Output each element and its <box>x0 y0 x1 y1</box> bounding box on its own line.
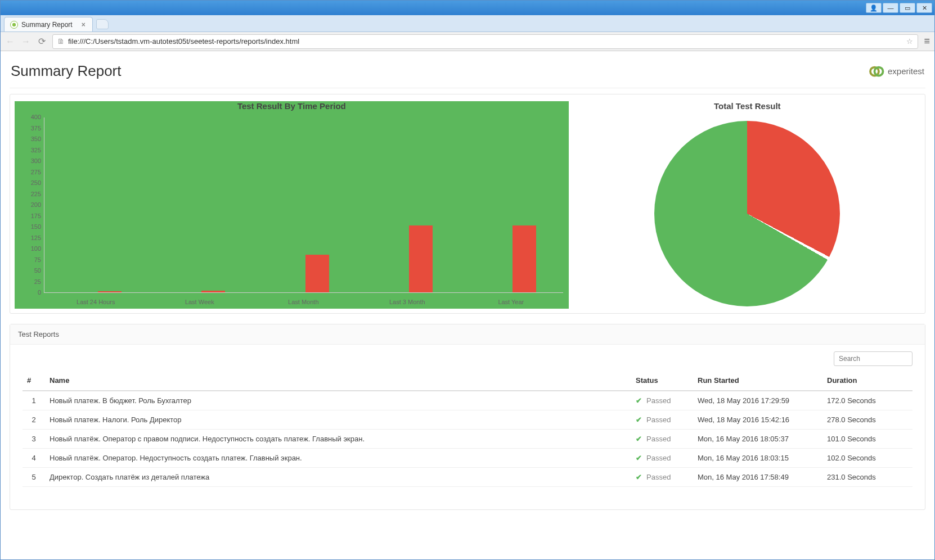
pie-chart-title: Total Test Result <box>574 101 920 111</box>
close-window-button[interactable]: ✕ <box>916 3 932 13</box>
bar-chart-ytick: 200 <box>19 201 41 208</box>
bar-passed <box>486 141 509 292</box>
reload-button[interactable]: ⟳ <box>37 36 47 47</box>
search-input[interactable] <box>834 351 912 366</box>
cell-duration: 278.0 Seconds <box>822 410 912 430</box>
bar-chart-ytick: 300 <box>19 157 41 164</box>
cell-num: 3 <box>23 430 45 449</box>
bar-chart-ytick: 150 <box>19 223 41 230</box>
bar-failed <box>409 225 433 292</box>
table-row[interactable]: 3Новый платёж. Оператор с правом подписи… <box>23 430 912 449</box>
bar-chart: 0255075100125150175200225250275300325350… <box>44 118 563 309</box>
bar-chart-ytick: 250 <box>19 179 41 186</box>
reports-table: # Name Status Run Started Duration 1Новы… <box>23 371 912 487</box>
cell-status: ✔Passed <box>631 449 693 468</box>
check-icon: ✔ <box>636 454 642 462</box>
bar-chart-xlabel: Last 24 Hours <box>44 295 148 309</box>
forward-button[interactable]: → <box>21 37 31 47</box>
cell-started: Wed, 18 May 2016 17:29:59 <box>693 391 822 410</box>
experitest-logo-icon <box>869 65 885 78</box>
bar-chart-ytick: 325 <box>19 147 41 153</box>
cell-status: ✔Passed <box>631 430 693 449</box>
cell-duration: 101.0 Seconds <box>822 430 912 449</box>
cell-started: Mon, 16 May 2016 17:58:49 <box>693 468 822 487</box>
url-input[interactable]: 🗎 file:///C:/Users/tstadm.vm-autotest05t… <box>52 34 918 49</box>
cell-num: 4 <box>23 449 45 468</box>
bar-failed <box>98 291 122 292</box>
col-header-name[interactable]: Name <box>45 371 631 391</box>
table-row[interactable]: 5Директор. Создать платёж из деталей пла… <box>23 468 912 487</box>
bar-chart-ytick: 275 <box>19 169 41 175</box>
bar-chart-xlabel: Last Month <box>251 295 356 309</box>
back-button[interactable]: ← <box>5 37 15 47</box>
bar-chart-ytick: 375 <box>19 125 41 132</box>
table-row[interactable]: 2Новый платеж. Налоги. Роль Директор✔Pas… <box>23 410 912 430</box>
minimize-button[interactable]: — <box>883 3 898 13</box>
cell-name: Новый платёж. Оператор с правом подписи.… <box>45 430 631 449</box>
reports-panel: Test Reports # Name Status Run Started D… <box>10 324 925 510</box>
bar-passed <box>71 291 95 292</box>
bar-group <box>148 288 251 292</box>
cell-started: Mon, 16 May 2016 18:03:15 <box>693 449 822 468</box>
bar-chart-ytick: 350 <box>19 136 41 142</box>
check-icon: ✔ <box>636 416 642 424</box>
bar-chart-xlabel: Last Week <box>148 295 252 309</box>
pie-chart-box: Total Test Result <box>574 101 920 309</box>
cell-name: Директор. Создать платёж из деталей плат… <box>45 468 631 487</box>
page-viewport[interactable]: Summary Report experitest Test Result By… <box>1 51 934 559</box>
browser-menu-button[interactable]: ≡ <box>924 35 930 47</box>
bar-chart-xlabel: Last Year <box>459 295 563 309</box>
maximize-button[interactable]: ▭ <box>900 3 915 13</box>
window-titlebar: 👤 — ▭ ✕ <box>1 1 934 15</box>
check-icon: ✔ <box>636 435 642 443</box>
tab-title: Summary Report <box>21 21 73 29</box>
bar-chart-title: Test Result By Time Period <box>15 101 569 111</box>
brand-logo: experitest <box>869 65 924 78</box>
bookmark-star-icon[interactable]: ☆ <box>906 37 913 46</box>
cell-name: Новый платеж. Налоги. Роль Директор <box>45 410 631 430</box>
bar-passed <box>382 141 406 292</box>
new-tab-button[interactable] <box>96 19 109 29</box>
cell-status: ✔Passed <box>631 410 693 430</box>
cell-name: Новый платёж. Оператор. Недоступность со… <box>45 449 631 468</box>
address-bar: ← → ⟳ 🗎 file:///C:/Users/tstadm.vm-autot… <box>1 32 934 51</box>
cell-num: 1 <box>23 391 45 410</box>
bar-chart-ytick: 50 <box>19 267 41 274</box>
reports-panel-title: Test Reports <box>10 324 925 345</box>
bar-group <box>356 141 459 292</box>
browser-tab[interactable]: Summary Report × <box>4 17 93 31</box>
user-button[interactable]: 👤 <box>866 3 882 13</box>
bar-chart-ytick: 75 <box>19 256 41 263</box>
cell-started: Wed, 18 May 2016 15:42:16 <box>693 410 822 430</box>
col-header-num[interactable]: # <box>23 371 45 391</box>
col-header-duration[interactable]: Duration <box>822 371 912 391</box>
bar-group <box>459 141 563 292</box>
cell-duration: 102.0 Seconds <box>822 449 912 468</box>
col-header-status[interactable]: Status <box>631 371 693 391</box>
page-icon: 🗎 <box>57 37 65 46</box>
browser-window: 👤 — ▭ ✕ Summary Report × ← → ⟳ 🗎 file://… <box>0 0 935 560</box>
table-header-row: # Name Status Run Started Duration <box>23 371 912 391</box>
bar-chart-xlabel: Last 3 Month <box>356 295 460 309</box>
col-header-started[interactable]: Run Started <box>693 371 822 391</box>
cell-num: 2 <box>23 410 45 430</box>
cell-status: ✔Passed <box>631 468 693 487</box>
check-icon: ✔ <box>636 473 642 481</box>
bar-chart-ytick: 100 <box>19 245 41 252</box>
table-row[interactable]: 1Новый платеж. В бюджет. Роль Бухгалтер✔… <box>23 391 912 410</box>
bar-chart-plot-area: 0255075100125150175200225250275300325350… <box>44 118 563 293</box>
bar-failed <box>513 225 536 292</box>
cell-name: Новый платеж. В бюджет. Роль Бухгалтер <box>45 391 631 410</box>
bar-passed <box>174 288 198 292</box>
bar-group <box>44 291 148 292</box>
page-header: Summary Report experitest <box>10 59 925 88</box>
bar-chart-ytick: 400 <box>19 114 41 120</box>
cell-duration: 172.0 Seconds <box>822 391 912 410</box>
bar-failed <box>201 291 225 292</box>
table-row[interactable]: 4Новый платёж. Оператор. Недоступность с… <box>23 449 912 468</box>
bar-chart-ytick: 225 <box>19 191 41 197</box>
bar-failed <box>305 255 329 292</box>
bar-chart-ytick: 0 <box>19 289 41 296</box>
tab-close-icon[interactable]: × <box>82 21 86 29</box>
page-title: Summary Report <box>11 62 122 80</box>
